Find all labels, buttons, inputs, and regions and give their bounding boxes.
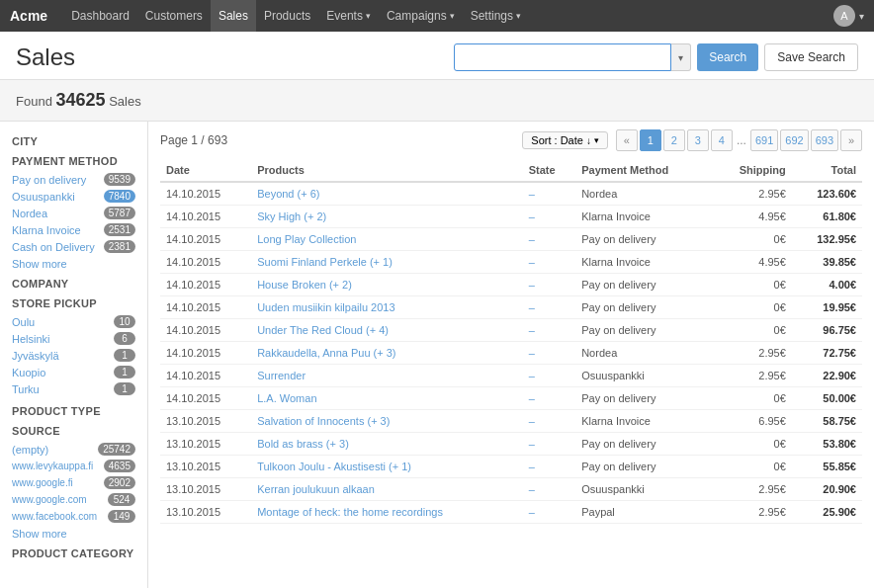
caret-icon: ▾: [366, 11, 371, 21]
table-row: 14.10.2015 Under The Red Cloud (+ 4) – P…: [160, 319, 862, 342]
cell-state: –: [523, 410, 575, 433]
cell-shipping: 2.95€: [712, 365, 792, 387]
filter-item[interactable]: Klarna Invoice 2531: [12, 221, 135, 238]
filter-badge: 1: [114, 382, 135, 395]
filter-city-title: CITY: [12, 135, 135, 147]
filter-item[interactable]: www.google.fi 2902: [12, 474, 135, 491]
pagination-controls: « 1 2 3 4 ... 691 692 693 »: [616, 129, 862, 151]
cell-product[interactable]: Sky High (+ 2): [251, 206, 523, 228]
cell-product[interactable]: Under The Red Cloud (+ 4): [251, 319, 523, 342]
cell-state: –: [523, 433, 575, 456]
cell-product[interactable]: Salvation of Innocents (+ 3): [251, 410, 523, 433]
cell-product[interactable]: Surrender: [251, 365, 523, 387]
filter-item[interactable]: Nordea 5787: [12, 205, 135, 221]
filter-item[interactable]: Oulu 10: [12, 313, 135, 330]
cell-payment: Osuuspankki: [575, 365, 711, 387]
save-search-button[interactable]: Save Search: [764, 43, 858, 71]
cell-product[interactable]: Bold as brass (+ 3): [251, 433, 523, 456]
filter-group-company: COMPANY: [12, 278, 135, 290]
filter-group-source: SOURCE (empty) 25742 www.levykauppa.fi 4…: [12, 425, 135, 540]
filter-badge: 25742: [98, 443, 135, 456]
filter-item[interactable]: (empty) 25742: [12, 441, 135, 458]
filter-item[interactable]: Pay on delivery 9539: [12, 171, 135, 188]
filter-item[interactable]: Turku 1: [12, 380, 135, 397]
cell-total: 132.95€: [792, 228, 862, 251]
filter-item[interactable]: Jyväskylä 1: [12, 347, 135, 364]
filter-badge: 2381: [104, 240, 135, 253]
search-button[interactable]: Search: [697, 43, 758, 71]
cell-state: –: [523, 342, 575, 365]
payment-show-more[interactable]: Show more: [12, 258, 135, 270]
nav-brand[interactable]: Acme: [10, 8, 47, 24]
nav-item-settings[interactable]: Settings ▾: [463, 0, 529, 32]
cell-date: 14.10.2015: [160, 319, 251, 342]
cell-state: –: [523, 206, 575, 228]
filter-group-product-type: PRODUCT TYPE: [12, 405, 135, 417]
col-payment: Payment Method: [575, 159, 711, 182]
content-area: Page 1 / 693 Sort : Date ↓ ▾ « 1 2 3 4 .…: [148, 122, 874, 588]
page-693-button[interactable]: 693: [811, 129, 838, 151]
filter-item[interactable]: Osuuspankki 7840: [12, 188, 135, 205]
filter-item[interactable]: Helsinki 6: [12, 330, 135, 347]
cell-shipping: 0€: [712, 274, 792, 296]
cell-total: 123.60€: [792, 182, 862, 206]
filter-badge: 9539: [104, 173, 135, 186]
nav-item-dashboard[interactable]: Dashboard: [63, 0, 137, 32]
cell-product[interactable]: L.A. Woman: [251, 387, 523, 410]
filter-item[interactable]: www.levykauppa.fi 4635: [12, 458, 135, 474]
page-1-button[interactable]: 1: [640, 129, 661, 151]
nav-item-customers[interactable]: Customers: [137, 0, 211, 32]
page-4-button[interactable]: 4: [711, 129, 733, 151]
page-title: Sales: [16, 43, 75, 71]
filter-item[interactable]: www.facebook.com 149: [12, 508, 135, 525]
nav-avatar-caret[interactable]: ▾: [859, 11, 864, 22]
caret-icon: ▾: [516, 11, 521, 21]
cell-product[interactable]: Tulkoon Joulu - Akustisesti (+ 1): [251, 456, 523, 478]
page-prev-button[interactable]: «: [616, 129, 638, 151]
page-header: Sales ▾ Search Save Search: [0, 32, 874, 80]
search-input[interactable]: [454, 43, 671, 71]
cell-shipping: 4.95€: [712, 206, 792, 228]
nav-item-events[interactable]: Events ▾: [318, 0, 379, 32]
search-dropdown-button[interactable]: ▾: [671, 43, 691, 71]
page-692-button[interactable]: 692: [780, 129, 808, 151]
found-prefix: Found: [16, 94, 55, 109]
sort-button[interactable]: Sort : Date ↓ ▾: [522, 131, 608, 149]
filter-item[interactable]: Kuopio 1: [12, 364, 135, 380]
filter-group-payment: PAYMENT METHOD Pay on delivery 9539 Osuu…: [12, 155, 135, 270]
cell-payment: Pay on delivery: [575, 228, 711, 251]
cell-payment: Klarna Invoice: [575, 206, 711, 228]
cell-payment: Paypal: [575, 501, 711, 524]
cell-product[interactable]: Montage of heck: the home recordings: [251, 501, 523, 524]
nav-item-sales[interactable]: Sales: [211, 0, 256, 32]
cell-shipping: 0€: [712, 319, 792, 342]
found-count: 34625: [55, 90, 105, 110]
filter-badge: 149: [108, 510, 135, 523]
sort-label: Sort : Date: [531, 134, 583, 146]
cell-product[interactable]: Rakkaudella, Anna Puu (+ 3): [251, 342, 523, 365]
page-691-button[interactable]: 691: [750, 129, 778, 151]
cell-date: 14.10.2015: [160, 296, 251, 319]
cell-product[interactable]: Uuden musiikin kilpailu 2013: [251, 296, 523, 319]
cell-product[interactable]: Kerran joulukuun alkaan: [251, 478, 523, 501]
cell-product[interactable]: Suomi Finland Perkele (+ 1): [251, 251, 523, 274]
filter-badge: 4635: [104, 460, 135, 472]
page-3-button[interactable]: 3: [687, 129, 709, 151]
cell-product[interactable]: Long Play Collection: [251, 228, 523, 251]
table-row: 14.10.2015 Uuden musiikin kilpailu 2013 …: [160, 296, 862, 319]
filter-item[interactable]: Cash on Delivery 2381: [12, 238, 135, 255]
source-show-more[interactable]: Show more: [12, 528, 135, 540]
table-row: 13.10.2015 Bold as brass (+ 3) – Pay on …: [160, 433, 862, 456]
nav-item-campaigns[interactable]: Campaigns ▾: [379, 0, 463, 32]
page-next-button[interactable]: »: [840, 129, 862, 151]
cell-payment: Klarna Invoice: [575, 410, 711, 433]
page-2-button[interactable]: 2: [663, 129, 685, 151]
nav-item-products[interactable]: Products: [256, 0, 318, 32]
cell-payment: Pay on delivery: [575, 274, 711, 296]
cell-product[interactable]: House Broken (+ 2): [251, 274, 523, 296]
cell-product[interactable]: Beyond (+ 6): [251, 182, 523, 206]
caret-icon: ▾: [450, 11, 455, 21]
nav-avatar[interactable]: A: [833, 5, 855, 27]
cell-total: 39.85€: [792, 251, 862, 274]
filter-item[interactable]: www.google.com 524: [12, 491, 135, 508]
